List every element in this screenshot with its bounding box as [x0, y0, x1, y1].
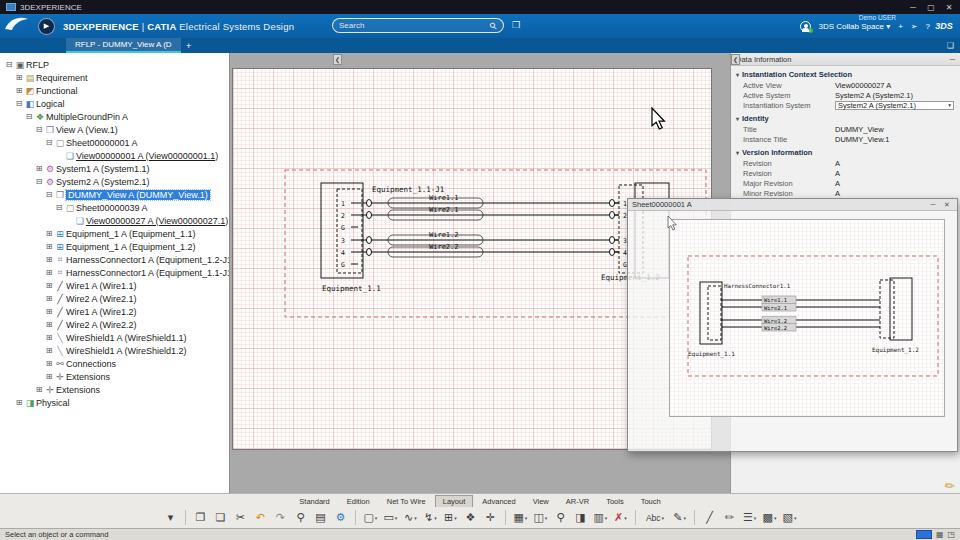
new-tab-button[interactable]: +: [181, 38, 197, 53]
tree-item[interactable]: ⊞⚙System1 A (System1.1): [0, 162, 229, 175]
popup-equipment-right-symbol[interactable]: [880, 278, 912, 340]
dropdown-caret-icon[interactable]: ▾: [525, 515, 528, 521]
popup-titlebar[interactable]: Sheet00000001 A ─ ✕: [628, 199, 957, 211]
dropdown-caret-icon[interactable]: ▾: [754, 515, 757, 521]
tree-item[interactable]: ⊟▢Sheet00000039 A: [0, 201, 229, 214]
popup-close-button[interactable]: ✕: [941, 201, 953, 209]
expand-toggle-icon[interactable]: ⊞: [44, 229, 54, 238]
expand-toggle-icon[interactable]: ⊞: [44, 307, 54, 316]
dropdown-caret-icon[interactable]: ▾: [395, 515, 398, 521]
dropdown-caret-icon[interactable]: ▾: [434, 515, 437, 521]
dropdown-caret-icon[interactable]: ▾: [683, 515, 686, 521]
compass-play-icon[interactable]: ▶: [38, 18, 55, 35]
fullscreen-icon[interactable]: ❏: [947, 38, 954, 53]
expand-toggle-icon[interactable]: ⊞: [44, 333, 54, 342]
tree-item[interactable]: ⊞◨Physical: [0, 396, 229, 409]
tree-item[interactable]: ⊟◧Logical: [0, 97, 229, 110]
sheet-format-icon[interactable]: ▭▾: [382, 509, 399, 526]
tree-item[interactable]: ⊟▣RFLP: [0, 58, 229, 71]
tree-item[interactable]: ⊞⊞Equipment_1 A (Equipment_1.2): [0, 240, 229, 253]
snap-target-icon[interactable]: ❖: [462, 509, 479, 526]
ribbon-tab-view[interactable]: View: [525, 495, 557, 507]
net-icon[interactable]: ↯▾: [422, 509, 439, 526]
tree-item[interactable]: ❏View00000001 A (View00000001.1): [0, 149, 229, 162]
expand-toggle-icon[interactable]: ⊞: [44, 346, 54, 355]
print-icon[interactable]: ◨: [572, 509, 589, 526]
ribbon-tab-touch[interactable]: Touch: [633, 495, 669, 507]
split-view-icon[interactable]: ◫▾: [532, 509, 549, 526]
help-icon[interactable]: ?: [926, 22, 930, 31]
tag-icon[interactable]: ❒: [512, 20, 520, 30]
collapse-toggle-icon[interactable]: ⊟: [34, 125, 44, 134]
layers-icon[interactable]: ▥▾: [592, 509, 609, 526]
tree-item[interactable]: ⊞╲WireShield1 A (WireShield1.2): [0, 344, 229, 357]
dropdown-caret-icon[interactable]: ▾: [794, 515, 797, 521]
expand-toggle-icon[interactable]: ⊞: [44, 372, 54, 381]
ribbon-tab-net-to-wire[interactable]: Net To Wire: [379, 495, 434, 507]
expand-toggle-icon[interactable]: ⊞: [44, 281, 54, 290]
text-style-icon[interactable]: Abc▾: [642, 509, 668, 526]
active-workbench-indicator[interactable]: [916, 530, 932, 539]
property-dropdown[interactable]: System2 A (System2.1)▾: [835, 101, 954, 110]
overflow-chevron-icon[interactable]: ▾: [162, 509, 179, 526]
minimize-button[interactable]: ─: [904, 3, 922, 12]
grid-snap-icon[interactable]: ▩▾: [761, 509, 778, 526]
expand-toggle-icon[interactable]: ⊞: [44, 242, 54, 251]
list-tool-icon[interactable]: ☰▾: [741, 509, 758, 526]
status-grid-icon[interactable]: ▦: [936, 530, 944, 539]
tree-item[interactable]: ⊞╲WireShield1 A (WireShield1.1): [0, 331, 229, 344]
cut-icon[interactable]: ✂: [232, 509, 249, 526]
section-header[interactable]: ▾Version Information: [731, 144, 960, 158]
panel-collapse-handle[interactable]: ❮: [333, 54, 342, 65]
share-icon[interactable]: ➢: [911, 22, 918, 31]
close-button[interactable]: ✕: [940, 3, 958, 12]
wire-routing-icon[interactable]: ∿▾: [402, 509, 419, 526]
collapse-toggle-icon[interactable]: ⊟: [14, 99, 24, 108]
expand-toggle-icon[interactable]: ⊞: [34, 385, 44, 394]
new-sheet-icon[interactable]: ▢▾: [362, 509, 379, 526]
collapse-toggle-icon[interactable]: ⊟: [4, 60, 14, 69]
delete-route-icon[interactable]: ✗▾: [612, 509, 629, 526]
expand-toggle-icon[interactable]: ⊞: [34, 164, 44, 173]
document-tab[interactable]: RFLP - DUMMY_View A (D: [66, 38, 181, 53]
expand-toggle-icon[interactable]: ⊞: [14, 86, 24, 95]
collapse-toggle-icon[interactable]: ⊟: [54, 203, 64, 212]
sketch-icon[interactable]: ✏: [721, 509, 738, 526]
status-corner-icon[interactable]: ◳: [947, 530, 955, 539]
copy-icon[interactable]: ❏: [212, 509, 229, 526]
tree-item[interactable]: ⊞╱Wire2 A (Wire2.1): [0, 292, 229, 305]
tree-item[interactable]: ⊟▢Sheet00000001 A: [0, 136, 229, 149]
tree-item[interactable]: ⊟❖MultipleGroundPin A: [0, 110, 229, 123]
sheet-popup-window[interactable]: Sheet00000001 A ─ ✕: [627, 198, 958, 452]
expand-toggle-icon[interactable]: ⊞: [44, 320, 54, 329]
tree-item[interactable]: ⊟❐DUMMY_View A (DUMMY_View.1): [0, 188, 229, 201]
popup-minimize-button[interactable]: ─: [927, 201, 939, 209]
redo-icon[interactable]: ↷: [272, 509, 289, 526]
expand-toggle-icon[interactable]: ⊞: [14, 73, 24, 82]
tree-item[interactable]: ⊞╱Wire2 A (Wire2.2): [0, 318, 229, 331]
user-avatar-icon[interactable]: ✓: [800, 21, 811, 32]
ribbon-tab-tools[interactable]: Tools: [598, 495, 632, 507]
search-box[interactable]: ⚲: [332, 18, 504, 33]
section-header[interactable]: ▾Instantiation Context Selection: [731, 66, 960, 80]
dropdown-caret-icon[interactable]: ▾: [605, 515, 608, 521]
popup-equipment-left-symbol[interactable]: [700, 282, 722, 344]
expand-toggle-icon[interactable]: ⊞: [14, 398, 24, 407]
compass-icon[interactable]: ⚙: [332, 509, 349, 526]
expand-toggle-icon[interactable]: ⊞: [44, 268, 54, 277]
ribbon-tab-layout[interactable]: Layout: [435, 495, 474, 507]
zoom-icon[interactable]: ⚲: [552, 509, 569, 526]
tree-item[interactable]: ⊟❐View A (View.1): [0, 123, 229, 136]
ribbon-tab-edition[interactable]: Edition: [339, 495, 378, 507]
ribbon-tab-standard[interactable]: Standard: [291, 495, 337, 507]
popup-body[interactable]: Wire1.1 Wire2.1 Wire1.2 Wire2.2 HarnessC…: [628, 211, 957, 452]
line-tool-icon[interactable]: ╱: [701, 509, 718, 526]
tree-item[interactable]: ⊞✛Extensions: [0, 383, 229, 396]
tree-item[interactable]: ⊞◩Functional: [0, 84, 229, 97]
crosshair-icon[interactable]: ✛: [482, 509, 499, 526]
search-tool-icon[interactable]: ⚲: [292, 509, 309, 526]
popup-wire-lines[interactable]: [721, 300, 880, 327]
equipment-left-symbol[interactable]: 1 2 G 3 4 G: [321, 183, 363, 278]
table-icon[interactable]: ▦▾: [512, 509, 529, 526]
tree-item[interactable]: ⊞╱Wire1 A (Wire1.1): [0, 279, 229, 292]
